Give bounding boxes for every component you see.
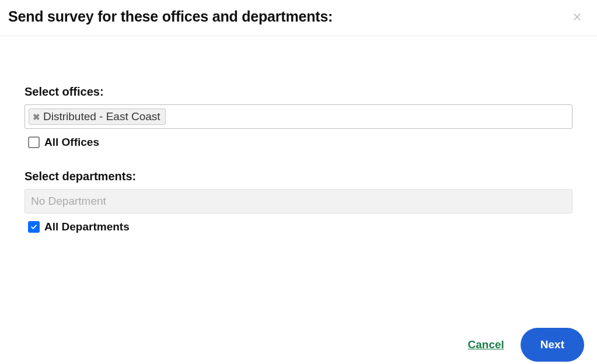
all-offices-row: All Offices bbox=[25, 136, 572, 149]
cancel-button[interactable]: Cancel bbox=[468, 338, 504, 351]
next-button[interactable]: Next bbox=[521, 328, 584, 362]
all-offices-label[interactable]: All Offices bbox=[44, 136, 99, 149]
departments-label: Select departments: bbox=[25, 170, 572, 183]
departments-select: No Department bbox=[25, 189, 572, 214]
modal-header: Send survey for these offices and depart… bbox=[0, 0, 597, 36]
modal-title: Send survey for these offices and depart… bbox=[8, 8, 333, 25]
departments-field-group: Select departments: No Department All De… bbox=[25, 170, 572, 233]
offices-field-group: Select offices: ✖ Distributed - East Coa… bbox=[25, 85, 572, 149]
offices-label: Select offices: bbox=[25, 85, 572, 99]
remove-tag-icon[interactable]: ✖ bbox=[33, 113, 40, 121]
all-departments-checkbox[interactable] bbox=[28, 221, 40, 233]
all-offices-checkbox[interactable] bbox=[28, 136, 40, 148]
office-tag-label: Distributed - East Coast bbox=[43, 110, 160, 123]
all-departments-label[interactable]: All Departments bbox=[44, 220, 130, 233]
offices-select[interactable]: ✖ Distributed - East Coast bbox=[25, 104, 572, 129]
modal-footer: Cancel Next bbox=[468, 328, 598, 364]
departments-placeholder: No Department bbox=[29, 194, 109, 209]
close-icon[interactable] bbox=[570, 10, 584, 24]
modal-content: Select offices: ✖ Distributed - East Coa… bbox=[0, 36, 597, 233]
all-departments-row: All Departments bbox=[25, 220, 572, 233]
office-tag: ✖ Distributed - East Coast bbox=[29, 108, 166, 125]
